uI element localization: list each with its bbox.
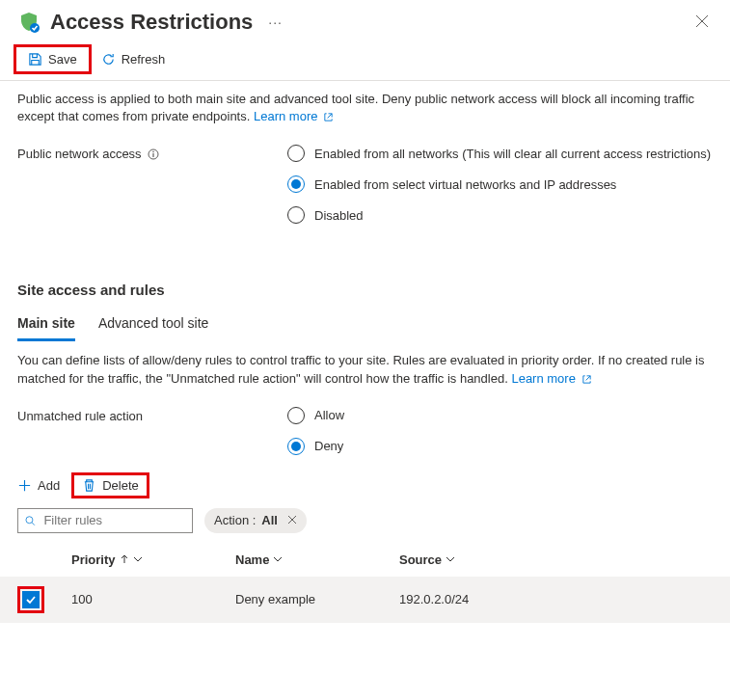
delete-highlight: Delete: [71, 472, 149, 498]
col-name[interactable]: Name: [235, 552, 399, 567]
intro-section: Public access is applied to both main si…: [0, 81, 730, 135]
external-link-icon: [581, 374, 592, 385]
rules-table: Priority Name Source 100 Deny example 19…: [0, 543, 730, 623]
trash-icon: [82, 478, 96, 493]
svg-rect-3: [152, 153, 153, 157]
info-icon[interactable]: [148, 148, 159, 160]
shield-icon: [17, 11, 41, 34]
col-source[interactable]: Source: [399, 552, 713, 567]
plus-icon: [17, 478, 32, 493]
unmatched-rule-row: Unmatched rule action Allow Deny: [0, 397, 730, 465]
row-checkbox[interactable]: [22, 591, 40, 608]
refresh-label: Refresh: [122, 52, 166, 67]
table-header: Priority Name Source: [0, 543, 730, 577]
svg-point-2: [152, 151, 154, 153]
chevron-down-icon: [446, 554, 455, 564]
site-rules-heading: Site access and rules: [17, 282, 713, 298]
public-access-label: Public network access: [17, 145, 287, 161]
table-row[interactable]: 100 Deny example 192.0.2.0/24: [0, 577, 730, 623]
save-button[interactable]: Save: [24, 50, 81, 68]
clear-action-filter[interactable]: [287, 513, 297, 527]
unmatched-rule-label: Unmatched rule action: [17, 407, 287, 423]
close-button[interactable]: [695, 14, 709, 31]
cell-source: 192.0.2.0/24: [399, 592, 713, 606]
refresh-icon: [101, 52, 116, 67]
row-checkbox-highlight: [17, 586, 44, 613]
public-access-options: Enabled from all networks (This will cle…: [287, 145, 711, 224]
save-label: Save: [48, 52, 77, 67]
page-header: Access Restrictions ···: [0, 0, 730, 40]
search-icon: [24, 514, 36, 527]
col-priority[interactable]: Priority: [71, 552, 235, 567]
delete-rule-button[interactable]: Delete: [82, 478, 139, 493]
save-highlight: Save: [14, 44, 92, 74]
site-tabs: Main site Advanced tool site: [17, 310, 713, 342]
radio-icon: [287, 145, 305, 162]
radio-icon: [287, 438, 305, 455]
intro-learn-more-link[interactable]: Learn more: [254, 109, 334, 123]
radio-select-networks[interactable]: Enabled from select virtual networks and…: [287, 175, 711, 193]
command-bar: Save Refresh: [0, 40, 730, 81]
save-icon: [28, 52, 42, 67]
filter-text[interactable]: [41, 512, 186, 528]
add-rule-button[interactable]: Add: [17, 478, 60, 493]
radio-icon: [287, 407, 305, 424]
more-menu[interactable]: ···: [268, 14, 283, 30]
check-icon: [25, 594, 37, 606]
sort-asc-icon: [120, 554, 129, 564]
unmatched-options: Allow Deny: [287, 407, 344, 455]
svg-point-4: [26, 516, 33, 523]
tab-advanced-tool-site[interactable]: Advanced tool site: [98, 310, 208, 341]
rules-toolbar: Add Delete: [0, 465, 730, 508]
site-rules-section: Site access and rules Main site Advanced…: [0, 233, 730, 342]
filter-rules-input[interactable]: [17, 508, 193, 533]
filter-row: Action : All: [0, 508, 730, 543]
tab-main-site[interactable]: Main site: [17, 310, 75, 341]
radio-disabled[interactable]: Disabled: [287, 206, 711, 224]
cell-name: Deny example: [235, 592, 399, 606]
intro-text: Public access is applied to both main si…: [17, 92, 694, 123]
external-link-icon: [323, 112, 334, 122]
refresh-button[interactable]: Refresh: [97, 50, 170, 68]
cell-priority: 100: [71, 592, 235, 606]
rules-learn-more-link[interactable]: Learn more: [511, 371, 591, 386]
public-access-row: Public network access Enabled from all n…: [0, 135, 730, 233]
site-rules-help: You can define lists of allow/deny rules…: [0, 344, 730, 396]
page-title: Access Restrictions: [50, 10, 253, 35]
chevron-down-icon: [273, 554, 283, 564]
radio-allow[interactable]: Allow: [287, 407, 344, 424]
chevron-down-icon: [133, 554, 143, 564]
radio-icon: [287, 175, 305, 193]
action-filter-pill[interactable]: Action : All: [204, 508, 307, 533]
radio-all-networks[interactable]: Enabled from all networks (This will cle…: [287, 145, 711, 162]
radio-deny[interactable]: Deny: [287, 438, 344, 455]
radio-icon: [287, 206, 305, 224]
